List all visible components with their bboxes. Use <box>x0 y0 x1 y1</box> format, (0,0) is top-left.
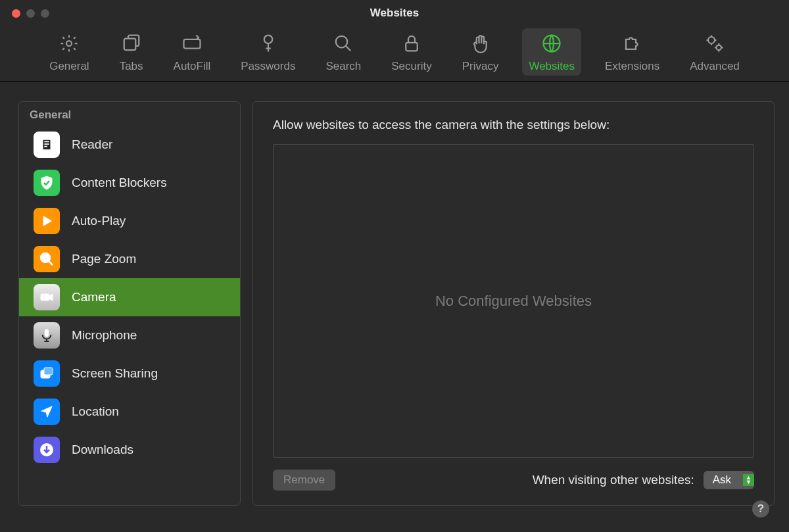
configured-websites-list[interactable]: No Configured Websites <box>273 144 754 458</box>
sidebar-item-label: Screen Sharing <box>72 366 158 381</box>
sidebar-item-label: Camera <box>72 290 116 304</box>
content-area: General Reader Content Blockers Auto-Pla… <box>0 82 789 519</box>
camera-icon <box>34 284 60 310</box>
sidebar: General Reader Content Blockers Auto-Pla… <box>18 101 241 506</box>
tab-advanced[interactable]: Advanced <box>683 28 746 76</box>
tabs-icon <box>122 34 141 56</box>
sidebar-item-label: Reader <box>72 137 112 152</box>
sidebar-item-downloads[interactable]: Downloads <box>19 431 240 469</box>
default-policy-dropdown[interactable]: Ask ▲▼ <box>704 471 754 489</box>
titlebar: Websites <box>0 0 789 25</box>
tab-label: Websites <box>529 60 575 73</box>
shield-icon <box>34 170 60 196</box>
svg-rect-5 <box>406 43 418 51</box>
play-icon <box>34 208 60 234</box>
tab-label: Privacy <box>462 60 499 73</box>
tab-label: Extensions <box>605 60 659 73</box>
svg-rect-14 <box>44 368 53 375</box>
footer-right: When visiting other websites: Ask ▲▼ <box>533 471 754 489</box>
puzzle-icon <box>623 34 642 56</box>
sidebar-item-label: Downloads <box>72 443 133 457</box>
windows-icon <box>34 360 60 387</box>
sidebar-item-content-blockers[interactable]: Content Blockers <box>19 164 240 202</box>
sidebar-item-screen-sharing[interactable]: Screen Sharing <box>19 354 240 393</box>
download-icon <box>34 437 60 463</box>
sidebar-item-location[interactable]: Location <box>19 393 240 431</box>
tab-privacy[interactable]: Privacy <box>456 28 506 76</box>
dropdown-value: Ask <box>704 471 743 489</box>
tab-label: Search <box>325 60 361 73</box>
svg-rect-11 <box>41 294 49 301</box>
svg-point-0 <box>66 41 72 46</box>
tab-websites[interactable]: Websites <box>522 28 581 76</box>
tab-autofill[interactable]: AutoFill <box>167 28 218 76</box>
main-panel: Allow websites to access the camera with… <box>252 101 775 506</box>
svg-rect-12 <box>45 329 49 337</box>
tab-label: Tabs <box>120 60 143 73</box>
sidebar-item-microphone[interactable]: Microphone <box>19 316 240 354</box>
hand-icon <box>471 34 490 56</box>
svg-rect-1 <box>124 39 135 51</box>
tab-security[interactable]: Security <box>385 28 438 76</box>
sidebar-section-title: General <box>19 102 240 126</box>
sidebar-item-reader[interactable]: Reader <box>19 126 240 164</box>
empty-list-placeholder: No Configured Websites <box>435 293 592 310</box>
main-footer: Remove When visiting other websites: Ask… <box>273 470 754 491</box>
globe-icon <box>542 34 562 56</box>
tab-search[interactable]: Search <box>319 28 368 76</box>
tab-general[interactable]: General <box>43 28 95 76</box>
sidebar-item-page-zoom[interactable]: Page Zoom <box>19 240 240 278</box>
mic-icon <box>34 322 60 349</box>
sidebar-item-label: Microphone <box>72 328 137 343</box>
svg-point-4 <box>336 36 348 48</box>
sidebar-item-label: Location <box>72 404 119 419</box>
tab-label: Passwords <box>241 60 295 73</box>
tab-passwords[interactable]: Passwords <box>234 28 302 76</box>
gear-icon <box>59 34 79 56</box>
sidebar-items: Reader Content Blockers Auto-Play Page Z… <box>19 126 240 505</box>
preferences-toolbar: General Tabs AutoFill Passwords Search S… <box>0 25 789 82</box>
zoom-icon <box>34 246 60 272</box>
reader-icon <box>34 132 60 158</box>
chevron-up-down-icon: ▲▼ <box>743 474 754 486</box>
svg-point-7 <box>708 37 715 43</box>
main-heading: Allow websites to access the camera with… <box>273 118 754 132</box>
tab-label: AutoFill <box>174 60 211 73</box>
tab-extensions[interactable]: Extensions <box>598 28 666 76</box>
location-arrow-icon <box>34 399 60 425</box>
gears-icon <box>705 34 725 56</box>
help-button[interactable]: ? <box>752 500 769 518</box>
sidebar-item-label: Content Blockers <box>72 176 167 190</box>
window-title: Websites <box>0 7 789 20</box>
remove-button[interactable]: Remove <box>273 470 335 491</box>
svg-point-3 <box>264 36 273 44</box>
sidebar-item-camera[interactable]: Camera <box>19 278 240 316</box>
svg-point-8 <box>717 45 722 51</box>
tab-label: General <box>49 60 89 73</box>
tab-label: Security <box>391 60 431 73</box>
tab-label: Advanced <box>690 60 740 73</box>
default-policy-label: When visiting other websites: <box>533 473 694 487</box>
sidebar-item-label: Auto-Play <box>72 214 126 228</box>
pencil-box-icon <box>182 34 202 56</box>
svg-rect-2 <box>183 39 200 49</box>
tab-tabs[interactable]: Tabs <box>113 28 150 76</box>
key-icon <box>258 34 278 56</box>
lock-icon <box>402 34 421 56</box>
search-icon <box>333 34 353 56</box>
sidebar-item-label: Page Zoom <box>72 252 136 266</box>
sidebar-item-auto-play[interactable]: Auto-Play <box>19 202 240 240</box>
